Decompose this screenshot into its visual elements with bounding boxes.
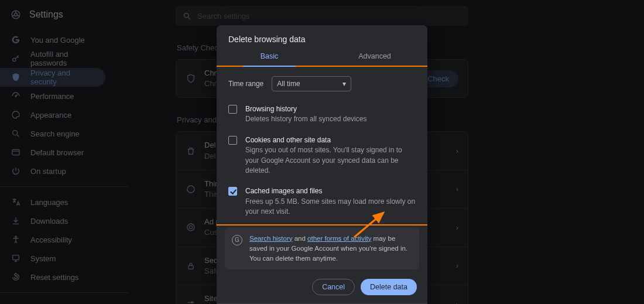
other-activity-link[interactable]: other forms of activity [307, 235, 371, 242]
tab-basic[interactable]: Basic [217, 46, 322, 66]
dialog-tabs: Basic Advanced [217, 46, 427, 67]
checkbox[interactable] [228, 105, 237, 114]
time-range-select[interactable]: All time ▾ [272, 76, 351, 91]
check-browsing-history[interactable]: Browsing historyDeletes history from all… [218, 100, 426, 131]
check-cookies[interactable]: Cookies and other site dataSigns you out… [218, 131, 426, 182]
chevron-down-icon: ▾ [342, 80, 346, 88]
check-desc: Frees up 5.5 MB. Some sites may load mor… [245, 197, 416, 217]
google-activity-info: G Search history and other forms of acti… [225, 228, 419, 270]
delete-data-button[interactable]: Delete data [361, 279, 417, 295]
checkbox[interactable] [228, 136, 237, 145]
google-icon: G [232, 235, 242, 245]
time-range-value: All time [277, 80, 300, 88]
app-root: Settings You and Google Autofill and pas… [0, 0, 644, 304]
tab-advanced[interactable]: Advanced [322, 46, 427, 66]
time-range-row: Time range All time ▾ [218, 68, 426, 100]
dialog-actions: Cancel Delete data [217, 269, 427, 303]
check-label: Browsing history [245, 104, 366, 114]
check-cached[interactable]: Cached images and filesFrees up 5.5 MB. … [218, 182, 426, 223]
check-desc: Signs you out of most sites. You'll stay… [245, 145, 416, 176]
check-label: Cached images and files [245, 186, 416, 196]
check-desc: Deletes history from all synced devices [245, 114, 366, 124]
search-history-link[interactable]: Search history [249, 235, 293, 242]
cancel-button[interactable]: Cancel [312, 279, 355, 295]
annotation-highlight: Time range All time ▾ Browsing historyDe… [217, 66, 427, 226]
check-label: Cookies and other site data [245, 135, 416, 145]
time-range-label: Time range [228, 80, 263, 88]
delete-browsing-data-dialog: Delete browsing data Basic Advanced Time… [217, 25, 427, 304]
checkbox[interactable] [228, 187, 237, 196]
dialog-title: Delete browsing data [217, 25, 427, 46]
